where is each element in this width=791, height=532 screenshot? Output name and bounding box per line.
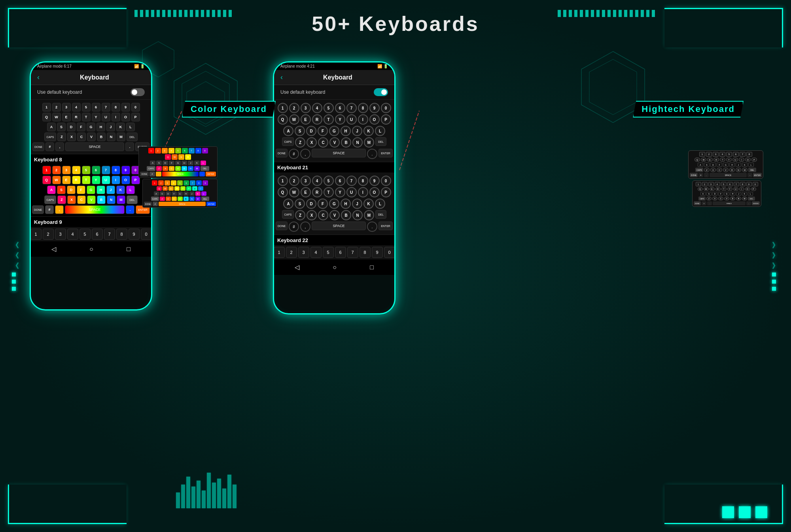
r2-key-a[interactable]: A	[283, 199, 293, 209]
key-o[interactable]: O	[121, 113, 130, 121]
r-key-o[interactable]: O	[369, 114, 380, 125]
r-done-key[interactable]: DONE	[276, 149, 288, 157]
r-nav-home-icon[interactable]: ○	[333, 264, 337, 271]
r2-key-e[interactable]: E	[301, 187, 311, 197]
r2-key-s[interactable]: S	[295, 199, 305, 209]
r-key-e[interactable]: E	[301, 114, 311, 125]
r-key-w[interactable]: W	[289, 114, 299, 125]
key-z[interactable]: Z	[57, 133, 66, 141]
hash-key[interactable]: #	[45, 142, 54, 151]
r2-key-p[interactable]: P	[381, 187, 391, 197]
key-7[interactable]: 7	[102, 103, 110, 112]
r-key-i[interactable]: I	[358, 114, 368, 125]
r2-hash-key[interactable]: #	[289, 222, 299, 232]
period-key[interactable]: .	[125, 142, 134, 151]
color-a[interactable]: A	[47, 186, 56, 194]
color-i[interactable]: I	[112, 176, 120, 184]
key-5[interactable]: 5	[82, 103, 91, 112]
r-num-0[interactable]: 0	[384, 247, 395, 258]
r2-key-r[interactable]: R	[312, 187, 322, 197]
color-t[interactable]: T	[82, 176, 91, 184]
r-hash-key[interactable]: #	[289, 149, 299, 159]
key-v[interactable]: V	[87, 133, 96, 141]
key-2[interactable]: 2	[52, 103, 61, 112]
r-enter-key[interactable]: ENTER	[378, 149, 393, 157]
color-j[interactable]: J	[106, 186, 115, 194]
r2-key-t[interactable]: T	[324, 187, 334, 197]
r2-key-2[interactable]: 2	[289, 176, 299, 186]
r-key-j[interactable]: J	[352, 126, 362, 136]
r2-key-z[interactable]: Z	[295, 210, 305, 220]
key-k[interactable]: K	[116, 123, 125, 131]
r2-enter-key[interactable]: ENTER	[378, 222, 393, 230]
r-key-c[interactable]: C	[318, 137, 328, 148]
r2-del-key[interactable]: DEL	[375, 210, 386, 219]
r-num-6[interactable]: 6	[335, 247, 346, 258]
color-x[interactable]: X	[67, 195, 76, 204]
r2-done-key[interactable]: DONE	[276, 222, 288, 230]
r2-key-i[interactable]: I	[358, 187, 368, 197]
r2-key-j[interactable]: J	[352, 199, 362, 209]
key-g[interactable]: G	[87, 123, 95, 131]
color-z[interactable]: Z	[57, 195, 66, 204]
color-u[interactable]: U	[102, 176, 110, 184]
r2-comma-key[interactable]: ,	[300, 222, 310, 232]
r2-key-w[interactable]: W	[289, 187, 299, 197]
key-3[interactable]: 3	[62, 103, 71, 112]
color-g[interactable]: G	[87, 186, 95, 194]
r2-key-n[interactable]: N	[352, 210, 363, 220]
key-4[interactable]: 4	[72, 103, 81, 112]
r2-key-d[interactable]: D	[306, 199, 316, 209]
key-a[interactable]: A	[47, 123, 56, 131]
caps-key[interactable]: CAPS	[44, 133, 56, 141]
r2-key-y[interactable]: Y	[335, 187, 345, 197]
r2-period-key[interactable]: .	[367, 222, 377, 232]
color-d[interactable]: D	[67, 186, 76, 194]
comma-key[interactable]: ,	[55, 142, 64, 151]
num-5[interactable]: 5	[79, 229, 91, 240]
r-key-5[interactable]: 5	[324, 103, 334, 113]
r2-key-c[interactable]: C	[318, 210, 328, 220]
color-key-1[interactable]: 1	[42, 166, 51, 174]
num-7[interactable]: 7	[104, 229, 115, 240]
r-num-7[interactable]: 7	[347, 247, 358, 258]
default-keyboard-toggle[interactable]	[131, 88, 145, 96]
r-key-f[interactable]: F	[318, 126, 328, 136]
r-key-x[interactable]: X	[307, 137, 317, 148]
r-key-7[interactable]: 7	[346, 103, 357, 113]
color-k[interactable]: K	[116, 186, 125, 194]
r-key-s[interactable]: S	[295, 126, 305, 136]
color-key-9[interactable]: 9	[121, 166, 130, 174]
r2-key-o[interactable]: O	[369, 187, 380, 197]
key-w[interactable]: W	[52, 113, 61, 121]
right-back-arrow-icon[interactable]: ‹	[280, 73, 283, 81]
num-0[interactable]: 0	[141, 229, 152, 240]
color-c[interactable]: C	[77, 195, 86, 204]
color-e[interactable]: E	[62, 176, 71, 184]
r2-key-1[interactable]: 1	[278, 176, 288, 186]
color-v[interactable]: V	[87, 195, 96, 204]
r2-key-h[interactable]: H	[341, 199, 351, 209]
r-key-v[interactable]: V	[329, 137, 340, 148]
r2-key-m[interactable]: M	[364, 210, 374, 220]
color-key-4[interactable]: 4	[72, 166, 81, 174]
key-n[interactable]: N	[107, 133, 115, 141]
color-space[interactable]: SPACE	[65, 205, 125, 214]
num-4[interactable]: 4	[67, 229, 78, 240]
key-y[interactable]: Y	[92, 113, 100, 121]
key-m[interactable]: M	[117, 133, 125, 141]
r-key-1[interactable]: 1	[278, 103, 288, 113]
r-nav-recent-icon[interactable]: □	[370, 264, 374, 271]
r-key-r[interactable]: R	[312, 114, 322, 125]
r2-key-0[interactable]: 0	[381, 176, 391, 186]
nav-back-icon[interactable]: ◁	[51, 245, 56, 253]
r2-key-l[interactable]: L	[375, 199, 385, 209]
color-comma[interactable]: ,	[55, 205, 64, 214]
r-period-key[interactable]: .	[367, 149, 377, 159]
done-key[interactable]: DONE	[32, 142, 44, 151]
r2-key-6[interactable]: 6	[335, 176, 345, 186]
r2-key-v[interactable]: V	[329, 210, 340, 220]
key-t[interactable]: T	[82, 113, 91, 121]
num-2[interactable]: 2	[43, 229, 54, 240]
r-key-6[interactable]: 6	[335, 103, 345, 113]
